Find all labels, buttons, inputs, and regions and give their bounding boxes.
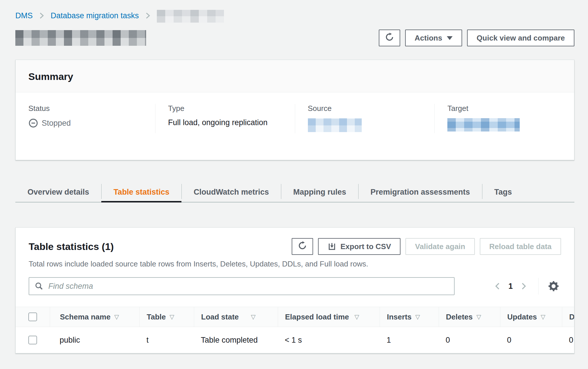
breadcrumb: DMS Database migration tasks (15, 9, 574, 22)
cell-load-state: Table completed (194, 327, 278, 353)
stopped-icon (28, 118, 38, 128)
validate-again-button[interactable]: Validate again (405, 238, 475, 255)
summary-field-status: Status Stopped (16, 104, 155, 133)
quick-view-and-compare-button[interactable]: Quick view and compare (467, 30, 574, 46)
export-to-csv-button[interactable]: Export to CSV (318, 238, 401, 255)
summary-field-type: Type Full load, ongoing replication (155, 104, 295, 133)
chevron-right-icon (39, 12, 44, 20)
table-toolbar: 1 (16, 268, 574, 307)
quick-view-button-label: Quick view and compare (477, 34, 565, 43)
sort-icon[interactable]: ▽ (170, 313, 174, 320)
sort-icon[interactable]: ▽ (415, 313, 420, 320)
status-value: Stopped (28, 118, 142, 128)
cell-deletes: 0 (439, 327, 500, 353)
refresh-icon (385, 32, 394, 44)
table-statistics-table: Schema name ▽ Table ▽ Load state ▽ Elaps… (16, 307, 574, 353)
summary-field-target: Target (434, 104, 574, 133)
select-all-checkbox[interactable] (28, 313, 37, 321)
summary-card-body: Status Stopped Type Full load, ongoing r… (16, 92, 574, 160)
sort-icon[interactable]: ▽ (354, 313, 359, 320)
row-select-cell (16, 327, 50, 353)
summary-card: Summary Status Stopped Type Full load, o… (15, 60, 574, 160)
schema-search (29, 277, 455, 295)
current-page-number: 1 (508, 282, 513, 291)
breadcrumb-task-name-redacted (157, 10, 224, 23)
pager-divider (538, 278, 539, 295)
cell-elapsed-load-time: < 1 s (278, 327, 380, 353)
reload-table-data-label: Reload table data (489, 242, 552, 251)
column-header-updates[interactable]: Updates ▽ (500, 307, 562, 327)
target-label: Target (447, 104, 561, 113)
column-header-deletes[interactable]: Deletes ▽ (439, 307, 500, 327)
pagination: 1 (492, 278, 561, 295)
tab-table-statistics[interactable]: Table statistics (101, 182, 181, 202)
tab-mapping-rules[interactable]: Mapping rules (281, 182, 358, 202)
breadcrumb-link-tasks[interactable]: Database migration tasks (51, 11, 139, 20)
cell-inserts: 1 (380, 327, 439, 353)
table-row: public t Table completed < 1 s 1 0 0 0 (16, 327, 574, 353)
source-label: Source (308, 104, 422, 113)
page-title-redacted (15, 30, 146, 46)
column-header-elapsed-load-time[interactable]: Elapsed load time ▽ (278, 307, 380, 327)
tab-tags[interactable]: Tags (482, 182, 524, 202)
type-value: Full load, ongoing replication (168, 118, 282, 127)
column-header-table[interactable]: Table ▽ (139, 307, 194, 327)
target-link-redacted[interactable] (447, 118, 520, 131)
previous-page-icon[interactable] (492, 279, 503, 294)
cell-updates: 0 (500, 327, 562, 353)
header-buttons: Actions Quick view and compare (379, 30, 574, 46)
search-icon (34, 282, 44, 292)
tab-overview-details[interactable]: Overview details (15, 182, 101, 202)
sort-icon[interactable]: ▽ (251, 313, 256, 320)
download-icon (328, 242, 336, 251)
source-link-redacted[interactable] (308, 118, 362, 132)
select-all-cell (16, 307, 50, 327)
tab-cloudwatch-metrics[interactable]: CloudWatch metrics (181, 182, 281, 202)
table-statistics-card: Table statistics (1) Export to CSV (15, 227, 574, 353)
table-statistics-header: Table statistics (1) Export to CSV (16, 228, 574, 268)
export-to-csv-label: Export to CSV (341, 242, 391, 251)
refresh-icon (298, 241, 307, 252)
status-label: Status (28, 104, 142, 113)
dms-task-page: DMS Database migration tasks Actions Qui… (0, 0, 588, 369)
column-header-load-state[interactable]: Load state ▽ (194, 307, 278, 327)
caret-down-icon (447, 36, 453, 40)
actions-button-label: Actions (415, 34, 442, 43)
reload-table-data-button[interactable]: Reload table data (480, 238, 561, 255)
summary-card-header: Summary (16, 60, 574, 92)
find-schema-input[interactable] (29, 277, 455, 295)
cell-schema-name: public (50, 327, 139, 353)
sort-icon[interactable]: ▽ (477, 313, 481, 320)
column-header-schema-name[interactable]: Schema name ▽ (50, 307, 139, 327)
table-header-row: Schema name ▽ Table ▽ Load state ▽ Elaps… (16, 307, 574, 327)
type-label: Type (168, 104, 282, 113)
refresh-button[interactable] (379, 30, 400, 46)
column-header-ddls-clipped[interactable]: D (562, 307, 574, 327)
validate-again-label: Validate again (415, 242, 465, 251)
task-detail-tabs: Overview details Table statistics CloudW… (15, 182, 574, 202)
page-header: Actions Quick view and compare (15, 30, 574, 46)
next-page-icon[interactable] (518, 279, 530, 294)
column-header-inserts[interactable]: Inserts ▽ (380, 307, 439, 327)
cell-table: t (139, 327, 194, 353)
row-checkbox[interactable] (28, 336, 37, 344)
cell-ddls: 0 (562, 327, 574, 353)
breadcrumb-link-dms[interactable]: DMS (15, 11, 33, 20)
chevron-right-icon (145, 12, 150, 20)
table-statistics-title: Table statistics (1) (29, 241, 114, 252)
actions-button[interactable]: Actions (405, 30, 462, 46)
sort-icon[interactable]: ▽ (114, 313, 119, 320)
table-statistics-description: Total rows include loaded source table r… (29, 260, 561, 268)
table-refresh-button[interactable] (292, 238, 313, 255)
status-text: Stopped (42, 119, 71, 128)
sort-icon[interactable]: ▽ (541, 313, 545, 320)
table-statistics-buttons: Export to CSV Validate again Reload tabl… (292, 238, 561, 255)
summary-field-source: Source (295, 104, 435, 133)
gear-icon[interactable] (546, 279, 561, 294)
summary-title: Summary (28, 71, 561, 82)
tab-premigration-assessments[interactable]: Premigration assessments (358, 182, 482, 202)
